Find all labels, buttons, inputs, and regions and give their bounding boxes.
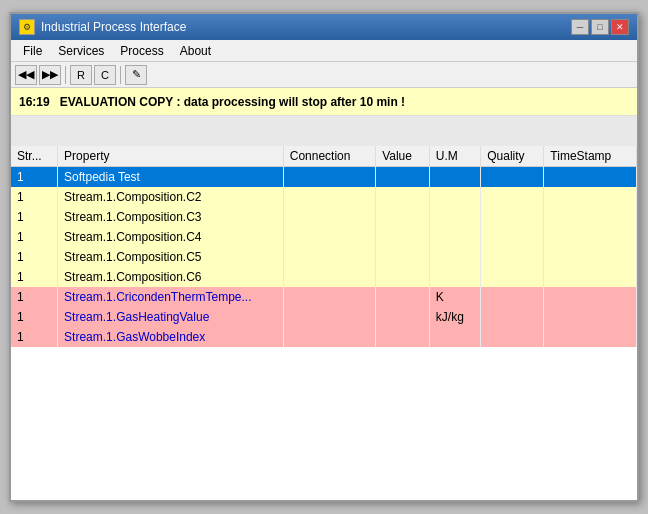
cell-um	[429, 167, 480, 187]
table-header-row: Str... Property Connection Value U.M Qua…	[11, 146, 637, 167]
table-row[interactable]: 1 Stream.1.GasWobbeIndex	[11, 327, 637, 347]
cell-value	[376, 247, 430, 267]
cell-timestamp	[544, 187, 637, 207]
menu-file[interactable]: File	[15, 42, 50, 60]
title-bar-left: ⚙ Industrial Process Interface	[19, 19, 186, 35]
cell-value	[376, 207, 430, 227]
table-row[interactable]: 1 Stream.1.Composition.C3	[11, 207, 637, 227]
cell-property: Stream.1.Composition.C5	[58, 247, 284, 267]
rewind-button[interactable]: ◀◀	[15, 65, 37, 85]
col-um[interactable]: U.M	[429, 146, 480, 167]
cell-connection	[283, 327, 375, 347]
cell-quality	[481, 307, 544, 327]
table-row[interactable]: 1 Stream.1.Composition.C5	[11, 247, 637, 267]
cell-property: Stream.1.CricondenThermTempe...	[58, 287, 284, 307]
cell-value	[376, 287, 430, 307]
cell-um: K	[429, 287, 480, 307]
cell-connection	[283, 207, 375, 227]
cell-str: 1	[11, 327, 58, 347]
forward-button[interactable]: ▶▶	[39, 65, 61, 85]
table-row[interactable]: 1 Stream.1.GasHeatingValue kJ/kg	[11, 307, 637, 327]
cell-property: Stream.1.Composition.C4	[58, 227, 284, 247]
table-row[interactable]: 1 Stream.1.Composition.C6	[11, 267, 637, 287]
cell-connection	[283, 267, 375, 287]
cell-um	[429, 187, 480, 207]
col-value[interactable]: Value	[376, 146, 430, 167]
toolbar-separator	[65, 66, 66, 84]
cell-timestamp	[544, 167, 637, 187]
cell-quality	[481, 187, 544, 207]
spacer	[11, 116, 637, 146]
window-title: Industrial Process Interface	[41, 20, 186, 34]
cell-timestamp	[544, 307, 637, 327]
cell-value	[376, 327, 430, 347]
cell-um	[429, 227, 480, 247]
cell-um: kJ/kg	[429, 307, 480, 327]
cell-str: 1	[11, 307, 58, 327]
cell-quality	[481, 207, 544, 227]
table-container[interactable]: Str... Property Connection Value U.M Qua…	[11, 146, 637, 500]
table-row[interactable]: 1 Stream.1.Composition.C2	[11, 187, 637, 207]
col-property[interactable]: Property	[58, 146, 284, 167]
cell-quality	[481, 227, 544, 247]
cell-quality	[481, 167, 544, 187]
cell-connection	[283, 287, 375, 307]
cell-connection	[283, 247, 375, 267]
cell-str: 1	[11, 207, 58, 227]
cell-str: 1	[11, 167, 58, 187]
maximize-button[interactable]: □	[591, 19, 609, 35]
menu-process[interactable]: Process	[112, 42, 171, 60]
window-icon: ⚙	[19, 19, 35, 35]
table-row[interactable]: 1 Stream.1.Composition.C4	[11, 227, 637, 247]
cell-property: Stream.1.Composition.C3	[58, 207, 284, 227]
cell-str: 1	[11, 227, 58, 247]
c-button[interactable]: C	[94, 65, 116, 85]
cell-connection	[283, 227, 375, 247]
cell-um	[429, 327, 480, 347]
menu-services[interactable]: Services	[50, 42, 112, 60]
cell-str: 1	[11, 267, 58, 287]
cell-connection	[283, 167, 375, 187]
cell-value	[376, 187, 430, 207]
cell-um	[429, 247, 480, 267]
col-connection[interactable]: Connection	[283, 146, 375, 167]
cell-timestamp	[544, 327, 637, 347]
cell-timestamp	[544, 287, 637, 307]
cell-value	[376, 167, 430, 187]
cell-timestamp	[544, 227, 637, 247]
table-row[interactable]: 1 Stream.1.CricondenThermTempe... K	[11, 287, 637, 307]
menu-bar: File Services Process About	[11, 40, 637, 62]
main-window: ⚙ Industrial Process Interface ─ □ ✕ Fil…	[9, 12, 639, 502]
close-button[interactable]: ✕	[611, 19, 629, 35]
cell-value	[376, 267, 430, 287]
data-table: Str... Property Connection Value U.M Qua…	[11, 146, 637, 347]
cell-connection	[283, 307, 375, 327]
cell-timestamp	[544, 267, 637, 287]
col-timestamp[interactable]: TimeStamp	[544, 146, 637, 167]
toolbar: ◀◀ ▶▶ R C ✎	[11, 62, 637, 88]
status-bar: 16:19 EVALUATION COPY : data processing …	[11, 88, 637, 116]
cell-quality	[481, 267, 544, 287]
cell-timestamp	[544, 207, 637, 227]
menu-about[interactable]: About	[172, 42, 219, 60]
status-time: 16:19	[19, 95, 50, 109]
edit-button[interactable]: ✎	[125, 65, 147, 85]
minimize-button[interactable]: ─	[571, 19, 589, 35]
cell-um	[429, 267, 480, 287]
main-content: Str... Property Connection Value U.M Qua…	[11, 116, 637, 500]
col-quality[interactable]: Quality	[481, 146, 544, 167]
title-bar-controls: ─ □ ✕	[571, 19, 629, 35]
title-bar: ⚙ Industrial Process Interface ─ □ ✕	[11, 14, 637, 40]
toolbar-separator-2	[120, 66, 121, 84]
col-str[interactable]: Str...	[11, 146, 58, 167]
cell-quality	[481, 327, 544, 347]
r-button[interactable]: R	[70, 65, 92, 85]
cell-timestamp	[544, 247, 637, 267]
cell-property: Stream.1.Composition.C2	[58, 187, 284, 207]
cell-property: Stream.1.GasWobbeIndex	[58, 327, 284, 347]
cell-value	[376, 307, 430, 327]
cell-property: Softpedia Test	[58, 167, 284, 187]
cell-um	[429, 207, 480, 227]
status-message: EVALUATION COPY : data processing will s…	[60, 95, 405, 109]
table-row[interactable]: 1 Softpedia Test	[11, 167, 637, 187]
